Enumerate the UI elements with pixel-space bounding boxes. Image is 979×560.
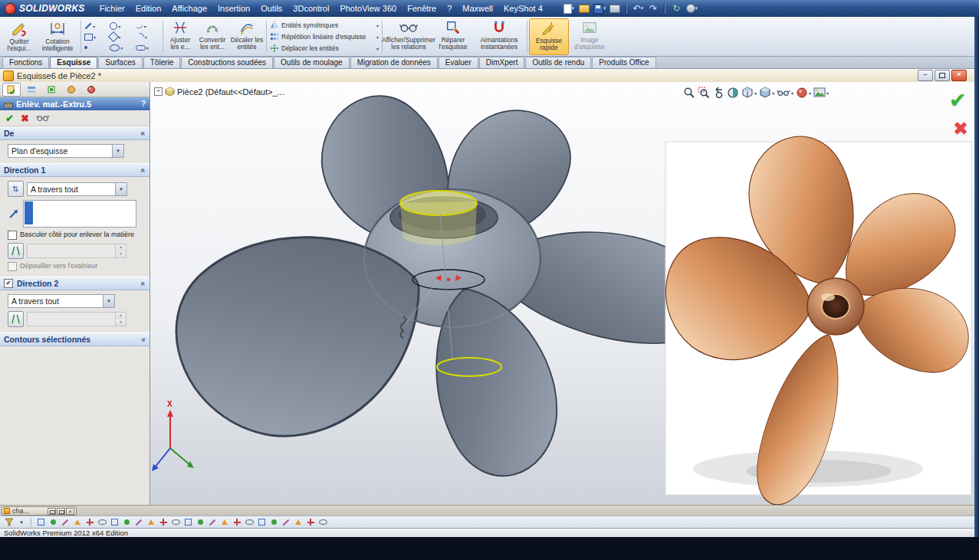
collapse-chevron-icon[interactable]: « — [140, 281, 148, 286]
print-button[interactable] — [608, 2, 622, 15]
menu-keyshot4[interactable]: KeyShot 4 — [498, 0, 548, 17]
apply-scene-button[interactable]: ▾ — [813, 85, 830, 100]
propertymanager-tab[interactable] — [2, 83, 21, 97]
tab-outils-de-moulage[interactable]: Outils de moulage — [274, 57, 350, 68]
filter-annotations-button[interactable] — [195, 517, 205, 527]
options-button[interactable]: ▾ — [685, 2, 698, 15]
flip-side-checkbox[interactable] — [8, 231, 17, 240]
draft-button-direction1[interactable] — [8, 243, 24, 259]
line-tool-button[interactable]: ▾ — [84, 21, 108, 31]
graphics-viewport[interactable]: X Z — [150, 82, 974, 505]
tree-expand-icon[interactable]: + — [154, 87, 163, 96]
view-orientation-button[interactable]: ▾ — [741, 85, 757, 100]
tab-produits-office[interactable]: Produits Office — [592, 57, 655, 68]
dropdown-arrow-icon[interactable]: ▾ — [826, 90, 829, 96]
menu-fichier[interactable]: Fichier — [94, 0, 130, 17]
dropdown-arrow-icon[interactable]: ▾ — [145, 34, 147, 40]
menu-outils[interactable]: Outils — [255, 0, 287, 17]
ellipse-tool-button[interactable]: ▾ — [110, 43, 133, 53]
new-document-button[interactable]: ▾ — [562, 2, 576, 15]
save-button[interactable]: ▾ — [593, 2, 607, 15]
filter-dimensions-button[interactable] — [182, 517, 193, 527]
smart-dimension-button[interactable]: Cotation intelligente — [36, 18, 79, 55]
filter-vertices-button[interactable] — [35, 517, 46, 527]
dropdown-arrow-icon[interactable]: ▾ — [112, 145, 123, 157]
open-button[interactable] — [577, 2, 591, 15]
filter-midpoints-button[interactable] — [146, 517, 156, 527]
filter-notes-button[interactable] — [207, 517, 218, 527]
close-document-button[interactable]: × — [951, 70, 967, 81]
tab-dimxpert[interactable]: DimXpert — [479, 57, 525, 68]
display-pane-tab[interactable] — [82, 83, 100, 97]
menu-affichage[interactable]: Affichage — [166, 0, 212, 17]
expand-chevron-icon[interactable]: « — [140, 337, 148, 342]
maximize-mini-button[interactable] — [57, 508, 65, 515]
edit-appearance-button[interactable]: ▾ — [795, 85, 812, 100]
filter-surface-finish-button[interactable] — [256, 517, 267, 527]
filter-dropdown-button[interactable]: ▾ — [16, 517, 27, 527]
tab-constructions-soudees[interactable]: Constructions soudées — [181, 57, 273, 68]
menu-help[interactable]: ? — [442, 0, 457, 17]
rectangle-tool-button[interactable]: ▾ — [84, 32, 108, 42]
dropdown-arrow-icon[interactable]: ▾ — [376, 34, 379, 40]
dropdown-arrow-icon[interactable]: ▾ — [144, 24, 146, 29]
configurations-tab[interactable] — [42, 83, 61, 97]
dropdown-arrow-icon[interactable]: ▾ — [103, 295, 114, 307]
tab-esquisse[interactable]: Esquisse — [50, 57, 97, 68]
end-condition1-dropdown[interactable]: A travers tout ▾ — [27, 182, 127, 196]
linear-pattern-button[interactable]: Répétition linéaire d'esquisse▾ — [270, 32, 379, 42]
draft-angle1-field[interactable]: ▲▼ — [27, 244, 126, 258]
hide-show-items-button[interactable]: ▾ — [776, 85, 794, 100]
direction2-checkbox[interactable]: ✔ — [4, 279, 13, 288]
tab-migration-de-donnees[interactable]: Migration de données — [350, 57, 438, 68]
draft-button-direction2[interactable] — [8, 311, 24, 327]
minimize-document-button[interactable]: – — [918, 70, 933, 81]
draft-angle2-field[interactable]: ▲▼ — [27, 312, 126, 326]
filter-sketch-points-button[interactable] — [121, 517, 132, 527]
filter-solid-bodies-button[interactable] — [84, 517, 95, 527]
filter-surface-bodies-button[interactable] — [72, 517, 83, 527]
dropdown-arrow-icon[interactable]: ▾ — [772, 90, 774, 96]
menu-insertion[interactable]: Insertion — [212, 0, 255, 17]
move-entities-button[interactable]: Déplacer les entités▾ — [270, 44, 379, 54]
dropdown-arrow-icon[interactable]: ▾ — [118, 24, 120, 29]
dropdown-arrow-icon[interactable]: ▾ — [115, 183, 126, 195]
dropdown-arrow-icon[interactable]: ▾ — [376, 23, 379, 28]
filter-planes-button[interactable] — [109, 517, 120, 527]
tab-evaluer[interactable]: Evaluer — [439, 57, 478, 68]
dropdown-arrow-icon[interactable]: ▾ — [146, 45, 149, 51]
filter-toggle-button[interactable] — [4, 517, 15, 527]
dropdown-arrow-icon[interactable]: ▾ — [809, 90, 811, 96]
section-header-direction1[interactable]: Direction 1 « — [0, 163, 149, 177]
minimized-document-window[interactable]: cha... × — [2, 506, 77, 516]
dimxpert-tab[interactable] — [62, 83, 80, 97]
restore-document-button[interactable] — [935, 70, 950, 81]
repair-sketch-button[interactable]: Réparer l'esquisse — [433, 18, 473, 55]
collapse-chevron-icon[interactable]: « — [140, 131, 148, 136]
filter-routing-points-button[interactable] — [317, 517, 328, 527]
filter-welds-button[interactable] — [232, 517, 242, 527]
menu-maxwell[interactable]: Maxwell — [457, 0, 498, 17]
undo-button[interactable]: ↶▾ — [631, 2, 645, 15]
sketch-picture-button[interactable]: Image d'esquisse — [569, 18, 610, 55]
section-header-direction2[interactable]: ✔ Direction 2 « — [0, 277, 149, 290]
zoom-fit-button[interactable] — [682, 85, 696, 100]
start-condition-dropdown[interactable]: Plan d'esquisse ▾ — [8, 144, 124, 158]
dropdown-arrow-icon[interactable]: ▾ — [754, 90, 757, 96]
circle-tool-button[interactable]: ▾ — [110, 21, 133, 31]
filter-sketch-segments-button[interactable] — [133, 517, 144, 527]
rebuild-button[interactable]: ↻ — [669, 2, 683, 15]
display-delete-relations-button[interactable]: Afficher/Supprimer les relations — [384, 18, 433, 55]
instant-snaps-button[interactable]: Aimantations instantanées — [473, 18, 525, 55]
rapid-sketch-button[interactable]: Esquisse rapide — [529, 18, 569, 55]
exit-sketch-button[interactable]: Quitter l'esqui... — [2, 18, 36, 55]
filter-datums-button[interactable] — [244, 517, 255, 527]
spline-tool-button[interactable]: ▾ — [136, 21, 159, 31]
convert-entities-button[interactable]: Convertir les ent... — [195, 18, 229, 55]
collapse-chevron-icon[interactable]: « — [140, 168, 148, 172]
featuremanager-tab[interactable] — [22, 83, 41, 97]
filter-balloons-button[interactable] — [219, 517, 230, 527]
filter-connection-points-button[interactable] — [305, 517, 316, 527]
polygon-tool-button[interactable]: ▾ — [110, 32, 133, 42]
feature-tree-root[interactable]: + Pièce2 (Défaut<<Défaut>_... — [154, 87, 284, 97]
